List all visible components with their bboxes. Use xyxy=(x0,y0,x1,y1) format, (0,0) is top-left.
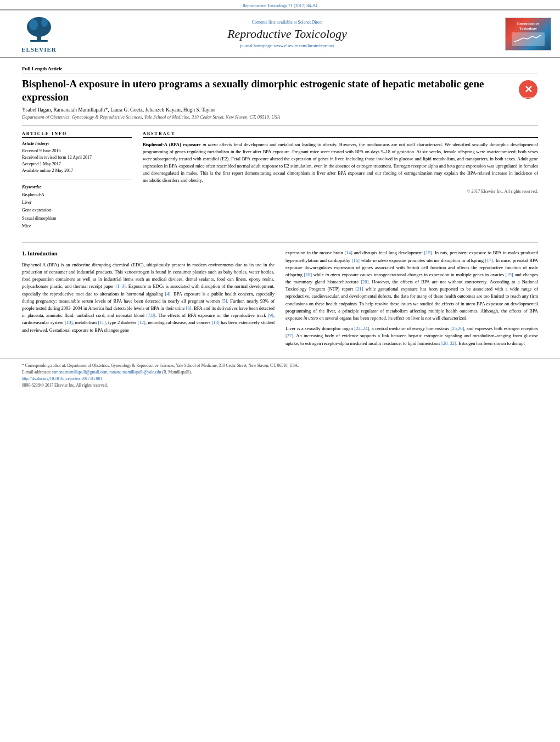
main-body: 1. Introduction Bisphenol A (BPA) is an … xyxy=(22,249,538,350)
article-title: Bisphenol-A exposure in utero programs a… xyxy=(22,77,512,104)
corresponding-note: * Corresponding author at: Department of… xyxy=(22,363,538,368)
accepted-date: Accepted 1 May 2017 xyxy=(22,161,132,168)
svg-text:CrossMark: CrossMark xyxy=(523,96,533,99)
keyword-1: Bisphenol-A xyxy=(22,191,132,199)
introduction-heading: 1. Introduction xyxy=(22,249,275,258)
journal-top-bar: Reproductive Toxicology 71 (2017) 84–94 xyxy=(0,0,560,9)
abstract-text: Bisphenol-A (BPA) exposure in utero affe… xyxy=(143,141,538,185)
revised-date: Received in revised form 12 April 2017 xyxy=(22,154,132,161)
article-info-abstract-section: ARTICLE INFO Article history: Received 9… xyxy=(22,131,538,236)
homepage-link[interactable]: www.elsevier.com/locate/reprotox xyxy=(274,43,334,48)
body-right-col: expression in the mouse brain [14] and d… xyxy=(285,249,538,350)
svg-rect-4 xyxy=(30,40,48,42)
intro-paragraph-3: Liver is a sexually dimorphic organ [22–… xyxy=(285,325,538,347)
keyword-4: Sexual dimorphism xyxy=(22,215,132,222)
elsevier-wordmark: ELSEVIER xyxy=(21,46,57,53)
keyword-5: Mice xyxy=(22,222,132,230)
abstract-column: ABSTRACT Bisphenol-A (BPA) exposure in u… xyxy=(143,131,538,236)
doi-line: http://dx.doi.org/10.1016/j.reprotox.201… xyxy=(22,376,538,381)
crossmark-logo: ✕ CrossMark xyxy=(518,80,538,101)
issn-line: 0890-6238/© 2017 Elsevier Inc. All right… xyxy=(22,383,538,388)
article-type: Full Length Article xyxy=(22,66,538,74)
available-date: Available online 2 May 2017 xyxy=(22,168,132,174)
keyword-2: Liver xyxy=(22,199,132,207)
article-info-header: ARTICLE INFO xyxy=(22,131,132,138)
body-left-col: 1. Introduction Bisphenol A (BPA) is an … xyxy=(22,249,275,350)
email-2[interactable]: ramana.mamillapalli@yale.edu xyxy=(109,370,161,375)
svg-point-2 xyxy=(29,19,38,30)
elsevier-logo: ELSEVIER xyxy=(9,15,69,53)
keyword-3: Gene expression xyxy=(22,207,132,214)
history-label: Article history: xyxy=(22,141,132,146)
svg-point-3 xyxy=(41,18,48,27)
copyright-line: © 2017 Elsevier Inc. All rights reserved… xyxy=(143,189,538,194)
homepage-line: journal homepage: www.elsevier.com/locat… xyxy=(75,43,500,48)
keywords-label: Keywords: xyxy=(22,185,132,189)
abstract-header: ABSTRACT xyxy=(143,131,538,138)
journal-name: Reproductive Toxicology xyxy=(75,27,500,41)
article-title-row: Bisphenol-A exposure in utero programs a… xyxy=(22,77,538,104)
email-1[interactable]: ramana.mamillapalli@gmail.com xyxy=(52,370,108,375)
article-authors: Ysabel Ilagan, Ramanaiah Mamillapalli*, … xyxy=(22,107,538,113)
intro-paragraph-1: Bisphenol A (BPA) is an endocrine disrup… xyxy=(22,261,275,334)
article-info-column: ARTICLE INFO Article history: Received 9… xyxy=(22,131,132,236)
article-footer: * Corresponding author at: Department of… xyxy=(0,358,560,394)
article-history-block: Article history: Received 9 June 2016 Re… xyxy=(22,141,132,174)
keywords-list: Bisphenol-A Liver Gene expression Sexual… xyxy=(22,191,132,231)
received-date: Received 9 June 2016 xyxy=(22,148,132,154)
characterized-word: characterized xyxy=(417,142,441,147)
section-divider xyxy=(22,242,538,243)
email-note: E-mail addresses: ramana.mamillapalli@gm… xyxy=(22,370,538,375)
article-body: Full Length Article Bisphenol-A exposure… xyxy=(0,58,560,358)
elsevier-tree-icon xyxy=(17,15,61,45)
intro-paragraph-2: expression in the mouse brain [14] and d… xyxy=(285,249,538,322)
journal-header: ELSEVIER Contents lists available at Sci… xyxy=(0,9,560,58)
sciencedirect-link[interactable]: ScienceDirect xyxy=(298,20,323,25)
journal-citation: Reproductive Toxicology 71 (2017) 84–94 xyxy=(243,3,318,8)
contents-line: Contents lists available at ScienceDirec… xyxy=(75,20,500,25)
svg-text:✕: ✕ xyxy=(524,84,533,95)
keywords-block: Keywords: Bisphenol-A Liver Gene express… xyxy=(22,185,132,231)
rt-logo: ReproductiveToxicology xyxy=(505,18,551,51)
doi-link[interactable]: http://dx.doi.org/10.1016/j.reprotox.201… xyxy=(22,376,102,381)
article-affiliation: Department of Obstetrics, Gynecology & R… xyxy=(22,114,538,126)
journal-center-info: Contents lists available at ScienceDirec… xyxy=(75,20,500,48)
